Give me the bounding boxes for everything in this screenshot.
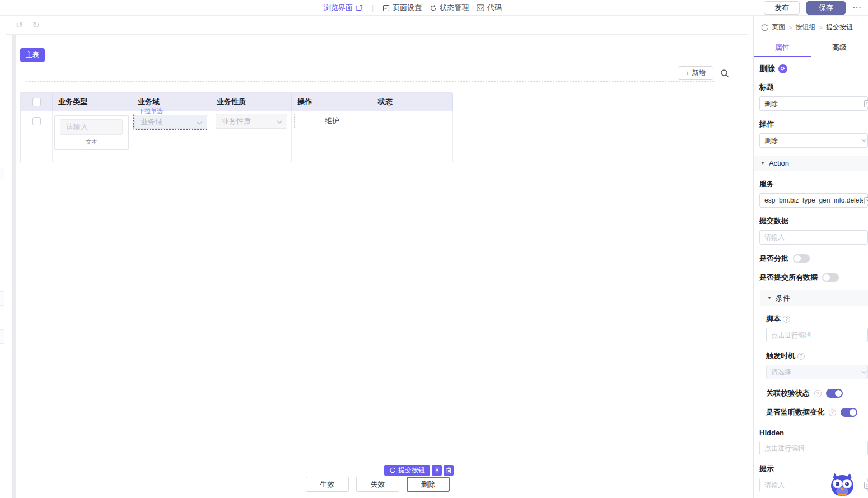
row-checkbox[interactable] [32, 117, 41, 125]
save-button[interactable]: 保存 [806, 1, 846, 15]
code-label: 代码 [487, 3, 502, 13]
left-panel-fragment [0, 168, 4, 180]
help-icon[interactable]: ? [783, 316, 790, 323]
redo-icon[interactable]: ↻ [32, 21, 39, 30]
service-field-row: ✕ [759, 193, 868, 208]
filter-area[interactable]: + 新增 [26, 64, 715, 82]
trigger-label: 触发时机 [766, 351, 795, 361]
help-icon[interactable]: ? [829, 409, 836, 416]
clear-service-icon[interactable]: ✕ [864, 197, 868, 204]
submit-all-toggle[interactable] [822, 273, 839, 282]
left-panel-collapsed [0, 35, 5, 498]
maintain-link[interactable]: 维护 [294, 114, 370, 128]
submit-data-input[interactable] [759, 230, 868, 245]
biz-domain-select[interactable]: 业务域 [134, 115, 207, 129]
chevron-down-icon [861, 370, 867, 374]
properties-panel: 页面 > 按钮组 > 提交按钮 属性 高级 删除 ⟳ 标题 □ 操作 [753, 16, 868, 498]
effective-button[interactable]: 生效 [306, 477, 349, 492]
service-input[interactable] [759, 193, 868, 208]
operation-select[interactable] [759, 133, 868, 148]
more-menu-button[interactable]: ⋯ [852, 2, 862, 13]
script-input[interactable] [766, 328, 868, 342]
binding-icon[interactable]: □ [864, 482, 868, 489]
title-input[interactable] [759, 96, 868, 111]
chevron-down-icon [277, 120, 282, 124]
tab-advanced[interactable]: 高级 [811, 39, 868, 57]
script-label: 脚本 [766, 314, 781, 324]
main-table-tag[interactable]: 主表 [20, 48, 45, 62]
delete-component-button[interactable] [444, 465, 454, 476]
page-settings-label: 页面设置 [393, 3, 422, 13]
add-row-button[interactable]: + 新增 [678, 66, 713, 80]
panel-fields: 删除 ⟳ 标题 □ 操作 ▼ Action 服务 ✕ 提交数据 [754, 57, 868, 498]
breadcrumb-item-button-group[interactable]: 按钮组 [795, 22, 815, 32]
selected-dropdown-component[interactable]: 下拉单选 业务域 [133, 114, 208, 130]
condition-section-label: 条件 [776, 293, 790, 303]
validate-toggle[interactable] [826, 389, 843, 398]
select-parent-button[interactable] [432, 465, 442, 476]
preview-window-icon [356, 4, 363, 11]
breadcrumb-item-page[interactable]: 页面 [772, 22, 785, 32]
submit-data-label: 提交数据 [759, 216, 868, 226]
batch-toggle-row: 是否分批 [759, 253, 868, 264]
delete-button-selected[interactable]: 删除 [407, 477, 450, 492]
breadcrumb-item-submit-button[interactable]: 提交按钮 [826, 22, 853, 32]
component-title: 删除 [759, 64, 775, 74]
validate-label: 关联校验状态 [766, 388, 810, 398]
search-icon[interactable] [720, 69, 730, 78]
publish-button[interactable]: 发布 [764, 1, 800, 15]
state-management-button[interactable]: 状态管理 [430, 3, 469, 13]
select-all-checkbox[interactable] [32, 98, 41, 106]
title-field-label: 标题 [759, 82, 868, 92]
component-icon [389, 467, 395, 473]
left-panel-scrollbar[interactable] [12, 35, 16, 498]
listen-toggle[interactable] [841, 408, 857, 417]
topbar-center-menu: 浏览界面 | 页面设置 状态管理 代码 [324, 0, 502, 16]
breadcrumb-separator: > [819, 24, 822, 31]
app-root: 浏览界面 | 页面设置 状态管理 代码 发布 保存 ⋯ ↺ ↻ [0, 0, 868, 498]
assistant-owl-mascot[interactable] [829, 472, 856, 498]
action-section-header[interactable]: ▼ Action [754, 156, 868, 171]
page-settings-button[interactable]: 页面设置 [382, 3, 422, 13]
trigger-row [766, 365, 868, 379]
help-icon[interactable]: ? [797, 353, 805, 360]
listen-label: 是否监听数据变化 [766, 407, 824, 417]
validate-toggle-row: 关联校验状态 ? [766, 388, 868, 398]
condition-section-header[interactable]: ▼ 条件 [760, 290, 868, 306]
component-float-toolbar: 提交按钮 [384, 465, 454, 476]
canvas-toolbar: ↺ ↻ [6, 16, 748, 35]
operation-cell: 维护 [292, 111, 372, 162]
binding-icon[interactable]: □ [864, 100, 868, 107]
operation-field-row [759, 133, 868, 148]
left-panel-fragment [0, 291, 4, 306]
preview-link[interactable]: 浏览界面 [324, 3, 363, 13]
breadcrumb-separator: > [788, 24, 792, 31]
undo-icon[interactable]: ↺ [16, 21, 23, 30]
status-cell [372, 111, 453, 162]
component-type-icon[interactable]: ⟳ [778, 64, 787, 73]
operation-field-label: 操作 [759, 119, 868, 129]
text-field-component[interactable]: 请输入 文本 [54, 115, 129, 150]
state-management-icon [430, 4, 437, 12]
biz-nature-select-value: 业务性质 [222, 117, 251, 125]
row-select-cell [21, 111, 53, 162]
invalid-button[interactable]: 失效 [356, 477, 399, 492]
code-button[interactable]: 代码 [477, 3, 502, 13]
listen-toggle-row: 是否监听数据变化 ? [766, 407, 868, 417]
condition-section-body: 脚本 ? 触发时机 ? 关联校验状态 ? [759, 314, 868, 417]
page-container-border [20, 472, 730, 472]
biz-nature-select[interactable]: 业务性质 [216, 114, 287, 129]
selected-component-badge[interactable]: 提交按钮 [384, 465, 430, 476]
batch-toggle[interactable] [793, 254, 810, 263]
chevron-down-icon [197, 121, 202, 125]
biz-type-input[interactable]: 请输入 [60, 119, 123, 135]
hidden-input[interactable] [759, 441, 868, 455]
component-icon [760, 24, 768, 31]
table-header: 业务性质 [211, 93, 292, 111]
help-icon[interactable]: ? [814, 390, 822, 397]
selected-component-name: 提交按钮 [398, 466, 425, 475]
tab-properties[interactable]: 属性 [754, 39, 811, 57]
action-section-label: Action [769, 159, 789, 167]
component-title-row: 删除 ⟳ [759, 64, 868, 74]
trigger-select[interactable] [766, 365, 868, 379]
